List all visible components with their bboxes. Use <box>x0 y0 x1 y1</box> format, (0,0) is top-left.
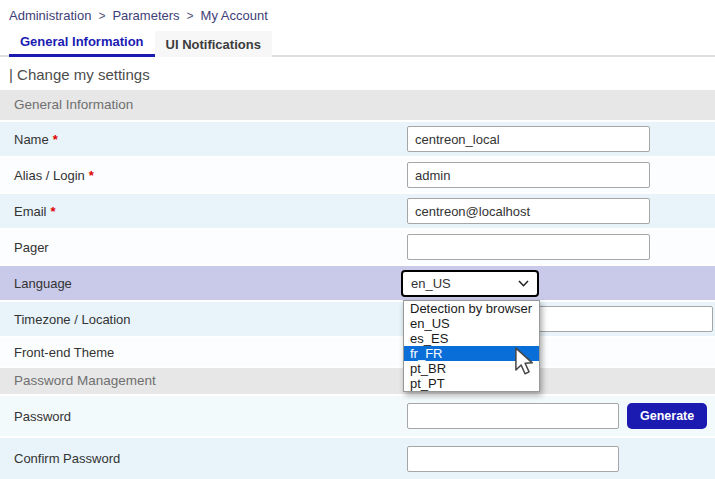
breadcrumb-parameters[interactable]: Parameters <box>112 8 179 23</box>
form-row-language: Language en_US <box>0 266 715 302</box>
name-label-text: Name <box>14 132 49 147</box>
name-label: Name* <box>0 132 407 147</box>
language-label: Language <box>0 276 407 291</box>
tab-general-information[interactable]: General Information <box>9 28 155 57</box>
breadcrumb-separator: > <box>187 9 194 23</box>
password-input[interactable] <box>407 403 619 429</box>
language-option-detection-by-browser[interactable]: Detection by browser <box>404 301 539 316</box>
required-marker: * <box>89 168 94 183</box>
breadcrumb-my-account[interactable]: My Account <box>201 8 268 23</box>
breadcrumb: Administration>Parameters>My Account <box>0 0 715 28</box>
chevron-down-icon <box>518 280 529 287</box>
timezone-label: Timezone / Location <box>0 312 407 327</box>
language-option-es-es[interactable]: es_ES <box>404 331 539 346</box>
front-end-theme-label-text: Front-end Theme <box>14 345 114 360</box>
password-label: Password <box>0 409 407 424</box>
generate-password-button[interactable]: Generate <box>627 403 707 429</box>
tab-ui-notifications[interactable]: UI Notifications <box>155 31 272 57</box>
language-option-en-us[interactable]: en_US <box>404 316 539 331</box>
alias-login-label: Alias / Login* <box>0 168 407 183</box>
language-option-fr-fr[interactable]: fr_FR <box>404 346 539 361</box>
email-label-text: Email <box>14 204 47 219</box>
pager-input[interactable] <box>407 234 650 260</box>
password-label-text: Password <box>14 409 71 424</box>
timezone-label-text: Timezone / Location <box>14 312 131 327</box>
front-end-theme-label: Front-end Theme <box>0 345 407 360</box>
language-dropdown-list: Detection by browser en_US es_ES fr_FR p… <box>403 300 540 392</box>
form-row-alias-login: Alias / Login* <box>0 158 715 194</box>
form-row-timezone: Timezone / Location <box>0 302 715 338</box>
required-marker: * <box>53 132 58 147</box>
form-row-password: Password Generate <box>0 396 715 438</box>
language-option-pt-br[interactable]: pt_BR <box>404 361 539 376</box>
language-select[interactable]: en_US <box>401 270 539 297</box>
tab-bar: General Information UI Notifications <box>0 28 715 57</box>
language-label-text: Language <box>14 276 72 291</box>
pager-label: Pager <box>0 240 407 255</box>
section-header-general-information: General Information <box>0 90 715 122</box>
confirm-password-input[interactable] <box>407 446 619 472</box>
required-marker: * <box>51 204 56 219</box>
language-option-pt-pt[interactable]: pt_PT <box>404 376 539 391</box>
form-row-pager: Pager <box>0 230 715 266</box>
confirm-password-label-text: Confirm Password <box>14 451 120 466</box>
alias-login-input[interactable] <box>407 162 650 188</box>
breadcrumb-administration[interactable]: Administration <box>9 8 91 23</box>
email-field[interactable] <box>407 198 650 224</box>
alias-login-label-text: Alias / Login <box>14 168 85 183</box>
name-input[interactable] <box>407 126 650 152</box>
form-row-confirm-password: Confirm Password <box>0 438 715 479</box>
breadcrumb-separator: > <box>98 9 105 23</box>
form-row-name: Name* <box>0 122 715 158</box>
email-label: Email* <box>0 204 407 219</box>
pager-label-text: Pager <box>14 240 49 255</box>
form-row-front-end-theme: Front-end Theme <box>0 338 715 368</box>
language-select-value: en_US <box>411 276 451 291</box>
page-title: | Change my settings <box>0 57 715 90</box>
section-header-password-management: Password Management <box>0 368 715 396</box>
form-row-email: Email* <box>0 194 715 230</box>
confirm-password-label: Confirm Password <box>0 451 407 466</box>
